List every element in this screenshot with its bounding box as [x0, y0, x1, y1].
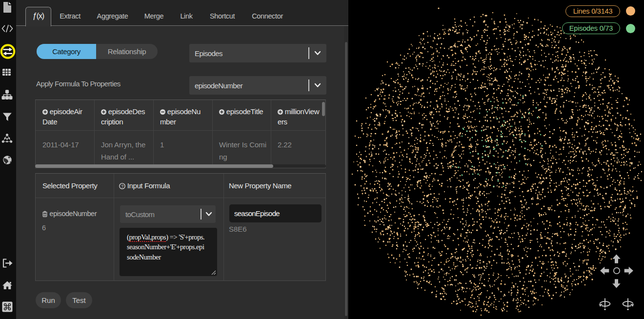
svg-text:?: ?	[121, 184, 123, 189]
